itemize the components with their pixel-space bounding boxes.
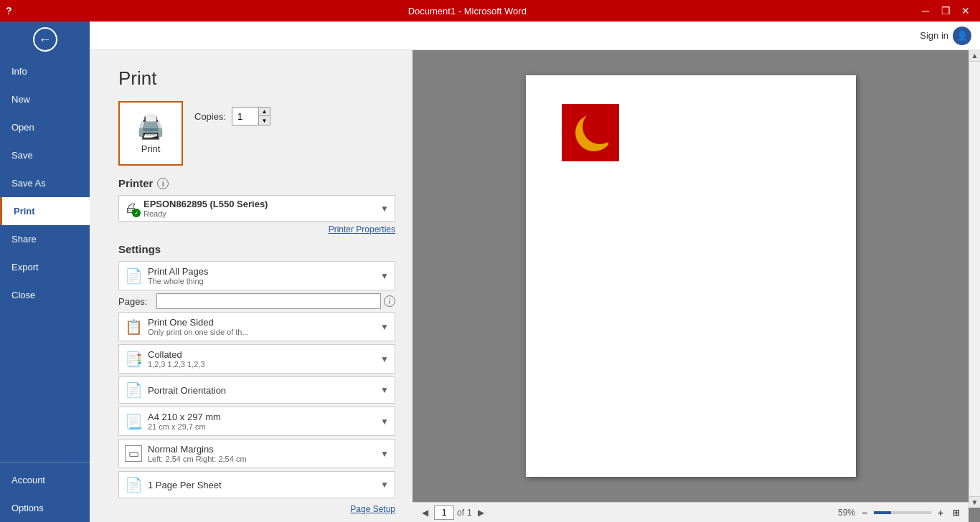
pages-per-sheet-text: 1 Page Per Sheet: [148, 480, 380, 490]
orientation-main: Portrait Orientation: [148, 385, 380, 396]
total-pages-label: 1: [467, 508, 472, 518]
copies-input[interactable]: [232, 108, 258, 125]
sidebar-item-info[interactable]: Info: [0, 57, 90, 85]
printer-info-icon[interactable]: i: [157, 178, 169, 189]
preview-page-container: [413, 50, 969, 502]
sidebar-bottom: Account Options: [0, 462, 90, 522]
margins-arrow: ▼: [380, 449, 389, 459]
restore-button[interactable]: ❐: [937, 2, 954, 19]
zoom-in-button[interactable]: +: [934, 506, 947, 519]
pages-input-wrap: i: [156, 293, 395, 309]
signin-button[interactable]: Sign in 👤: [920, 27, 971, 45]
copies-area: Copies: ▲ ▼: [194, 101, 270, 125]
settings-title: Settings: [118, 243, 395, 255]
content-area: Sign in 👤 Print 🖨️ Print Copies:: [90, 22, 980, 522]
zoom-slider[interactable]: [874, 511, 931, 514]
sidebar-item-close[interactable]: Close: [0, 281, 90, 309]
setting-pages-range[interactable]: 📄 Print All Pages The whole thing ▼: [118, 261, 395, 290]
setting-pages-per-sheet[interactable]: 📄 1 Page Per Sheet ▼: [118, 471, 395, 498]
pages-per-sheet-icon: 📄: [125, 476, 142, 493]
prev-page-button[interactable]: ◀: [418, 506, 431, 519]
pages-range-icon: 📄: [125, 267, 142, 285]
sidebar-item-account[interactable]: Account: [0, 466, 90, 494]
print-btn-area: 🖨️ Print Copies: ▲ ▼: [118, 101, 395, 166]
setting-orientation[interactable]: 📄 Portrait Orientation ▼: [118, 376, 395, 404]
preview-nav: ◀ of 1 ▶ 59% − + ⊞: [413, 502, 969, 522]
minimize-button[interactable]: ─: [917, 2, 934, 19]
setting-pages-per-sheet-content: 📄 1 Page Per Sheet: [125, 476, 380, 493]
collation-text: Collated 1,2,3 1,2,3 1,2,3: [148, 349, 380, 369]
fit-page-button[interactable]: ⊞: [950, 506, 963, 519]
collation-icon: 📑: [125, 351, 142, 368]
close-button[interactable]: ✕: [957, 2, 974, 19]
setting-collation-content: 📑 Collated 1,2,3 1,2,3 1,2,3: [125, 349, 380, 369]
pages-range-arrow: ▼: [380, 271, 389, 281]
printer-select[interactable]: 🖨 ✓ EPSON862895 (L550 Series) Ready ▼: [118, 195, 395, 222]
content-inner: Print 🖨️ Print Copies: ▲ ▼: [90, 50, 980, 522]
scroll-bar-right[interactable]: ▲ ▼: [969, 50, 980, 508]
setting-pages-range-content: 📄 Print All Pages The whole thing: [125, 266, 380, 285]
sides-arrow: ▼: [380, 322, 389, 332]
pages-info-icon[interactable]: i: [384, 295, 395, 307]
margins-text: Normal Margins Left: 2,54 cm Right: 2,54…: [148, 444, 380, 463]
sidebar: ← Info New Open Save Save As Print Share…: [0, 22, 90, 522]
printer-icon-wrap: 🖨 ✓: [125, 201, 138, 216]
pages-per-sheet-main: 1 Page Per Sheet: [148, 480, 380, 490]
back-button[interactable]: ←: [0, 22, 90, 57]
spin-up-button[interactable]: ▲: [258, 108, 270, 116]
printer-section-title: Printer i: [118, 177, 395, 189]
printer-status-icon: ✓: [132, 209, 141, 217]
scroll-up-button[interactable]: ▲: [969, 50, 980, 62]
setting-margins[interactable]: ▭ Normal Margins Left: 2,54 cm Right: 2,…: [118, 439, 395, 468]
window-title: Document1 - Microsoft Word: [18, 6, 917, 16]
margins-icon: ▭: [125, 445, 142, 462]
sidebar-item-save[interactable]: Save: [0, 141, 90, 169]
orientation-icon: 📄: [125, 381, 142, 399]
margins-main: Normal Margins: [148, 444, 380, 455]
pages-per-sheet-arrow: ▼: [380, 480, 389, 490]
zoom-out-button[interactable]: −: [858, 506, 871, 519]
page-setup-link[interactable]: Page Setup: [118, 504, 395, 514]
app-body: ← Info New Open Save Save As Print Share…: [0, 22, 980, 522]
sidebar-item-share[interactable]: Share: [0, 225, 90, 253]
pages-label: Pages:: [118, 296, 151, 307]
spin-buttons: ▲ ▼: [258, 108, 270, 125]
scroll-track[interactable]: [969, 62, 980, 496]
margins-sub: Left: 2,54 cm Right: 2,54 cm: [148, 455, 380, 463]
paper-size-main: A4 210 x 297 mm: [148, 412, 380, 422]
pages-input[interactable]: [156, 293, 381, 309]
orientation-text: Portrait Orientation: [148, 385, 380, 396]
current-page-input[interactable]: [434, 506, 454, 520]
printer-icon: 🖨️: [136, 113, 165, 141]
setting-collation[interactable]: 📑 Collated 1,2,3 1,2,3 1,2,3 ▼: [118, 344, 395, 374]
print-button-label: Print: [141, 143, 161, 154]
preview-page: [526, 75, 856, 477]
next-page-button[interactable]: ▶: [475, 506, 488, 519]
sidebar-item-options[interactable]: Options: [0, 494, 90, 522]
spin-down-button[interactable]: ▼: [258, 116, 270, 125]
sidebar-item-export[interactable]: Export: [0, 253, 90, 281]
sidebar-item-save-as[interactable]: Save As: [0, 169, 90, 197]
back-arrow-icon: ←: [33, 27, 57, 52]
printer-dropdown-arrow: ▼: [380, 204, 389, 214]
copies-label: Copies:: [194, 111, 226, 122]
printer-name: EPSON862895 (L550 Series): [143, 199, 268, 209]
setting-sides[interactable]: 📋 Print One Sided Only print on one side…: [118, 312, 395, 341]
sidebar-item-open[interactable]: Open: [0, 113, 90, 141]
pages-range-sub: The whole thing: [148, 277, 380, 285]
pages-range-main: Print All Pages: [148, 266, 380, 277]
setting-paper-size[interactable]: 📃 A4 210 x 297 mm 21 cm x 29,7 cm ▼: [118, 407, 395, 436]
printer-text: EPSON862895 (L550 Series) Ready: [143, 199, 268, 218]
print-button[interactable]: 🖨️ Print: [118, 101, 183, 166]
setting-sides-content: 📋 Print One Sided Only print on one side…: [125, 317, 380, 336]
sidebar-item-print[interactable]: Print: [0, 197, 90, 225]
setting-orientation-content: 📄 Portrait Orientation: [125, 381, 380, 399]
sidebar-item-new[interactable]: New: [0, 85, 90, 113]
avatar: 👤: [953, 27, 971, 45]
printer-properties-link[interactable]: Printer Properties: [118, 224, 395, 234]
collation-sub: 1,2,3 1,2,3 1,2,3: [148, 360, 380, 369]
pages-row: Pages: i: [118, 293, 395, 309]
help-icon[interactable]: ?: [6, 5, 12, 16]
scroll-down-button[interactable]: ▼: [969, 496, 980, 508]
sides-icon: 📋: [125, 318, 142, 336]
